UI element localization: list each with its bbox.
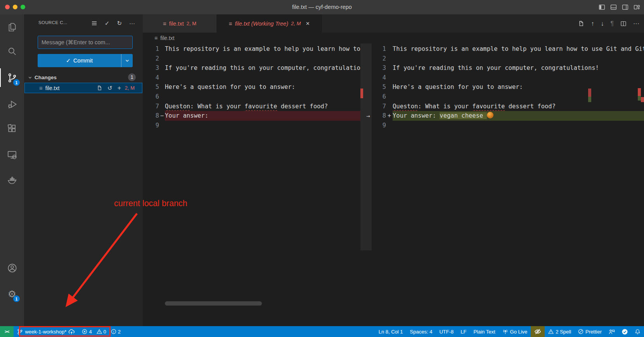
code-line[interactable]: 4 [143, 73, 360, 83]
code-line[interactable]: 3If you're reading this on your computer… [372, 63, 644, 73]
commit-message-input[interactable] [38, 36, 133, 49]
extensions-icon[interactable] [0, 119, 24, 138]
more-actions-icon[interactable]: ··· [129, 19, 135, 28]
changed-file-row[interactable]: ≡ file.txt ↺ + 2, M [24, 83, 142, 93]
code-line[interactable]: 9 [143, 121, 360, 130]
settings-gear-icon[interactable]: ⚙ 1 [0, 285, 24, 303]
code-line[interactable]: 4 [372, 73, 644, 83]
tab-bar: ≡ file.txt 2, M ≡ file.txt (Working Tree… [143, 14, 644, 33]
close-tab-icon[interactable]: × [306, 20, 310, 28]
refresh-icon[interactable]: ↻ [117, 19, 122, 28]
diff-change-mark [159, 82, 165, 92]
line-number: 9 [372, 121, 386, 130]
discard-changes-icon[interactable]: ↺ [107, 85, 113, 92]
code-line[interactable]: 6 [143, 92, 360, 102]
breadcrumb[interactable]: ≡ file.txt [143, 33, 644, 43]
stage-changes-icon[interactable]: + [118, 85, 121, 92]
file-icon: ≡ [163, 20, 166, 27]
cursor-position-item[interactable]: Ln 8, Col 1 [375, 326, 407, 337]
code-line[interactable]: 2 [143, 54, 360, 64]
diff-modified-pane[interactable]: 1This repository is an example to help y… [372, 43, 644, 326]
notifications-bell-icon[interactable] [631, 326, 644, 337]
remote-explorer-icon[interactable] [0, 145, 24, 164]
changes-section-header[interactable]: Changes 1 [24, 72, 143, 82]
indentation-item[interactable]: Spaces: 4 [407, 326, 436, 337]
commit-check-icon[interactable]: ✓ [105, 19, 110, 28]
toggle-panel-icon[interactable] [610, 4, 617, 10]
warning-icon [548, 329, 554, 334]
sidebar-title: SOURCE C... [38, 20, 68, 25]
diff-revert-arrow-icon[interactable]: → [364, 111, 372, 121]
code-text [393, 92, 644, 102]
code-text [165, 73, 360, 83]
code-text [165, 92, 360, 102]
diff-change-mark [386, 102, 393, 111]
commit-dropdown-button[interactable] [121, 54, 133, 67]
scm-changes-badge: 1 [13, 79, 20, 86]
encoding-item[interactable]: UTF-8 [436, 326, 457, 337]
code-line[interactable]: 1This repository is an example to help y… [143, 44, 360, 54]
open-changes-icon[interactable] [578, 20, 584, 27]
code-line[interactable]: 8−Your answer: [143, 111, 360, 121]
accounts-icon[interactable] [0, 259, 24, 277]
go-live-item[interactable]: Go Live [499, 326, 531, 337]
code-line[interactable]: 6 [372, 92, 644, 102]
code-text: Here's a question for you to answer: [165, 82, 360, 92]
spell-checker-item[interactable]: 2 Spell [545, 326, 575, 337]
language-mode-item[interactable]: Plain Text [470, 326, 499, 337]
diff-change-mark: − [159, 111, 165, 121]
search-icon[interactable] [0, 42, 24, 61]
code-text [393, 54, 644, 64]
code-line[interactable]: 1This repository is an example to help y… [372, 44, 644, 54]
code-line[interactable]: 7Queston: What is your favourite dessert… [372, 102, 644, 111]
code-line[interactable]: 3If you're reading this on your computer… [143, 63, 360, 73]
view-as-list-icon[interactable] [91, 20, 97, 26]
line-number: 3 [372, 63, 386, 73]
code-line[interactable]: 5Here's a question for you to answer: [143, 82, 360, 92]
diff-editor: 1This repository is an example to help y… [143, 43, 644, 326]
line-number: 6 [143, 92, 159, 102]
tracking-check-icon[interactable] [618, 326, 631, 337]
docker-icon[interactable] [0, 170, 24, 189]
tab-file-txt[interactable]: ≡ file.txt 2, M [143, 14, 216, 33]
changes-label: Changes [35, 75, 57, 80]
explorer-icon[interactable] [0, 18, 24, 36]
left-pane-scrollbar[interactable] [360, 43, 372, 250]
feedback-icon[interactable] [605, 326, 618, 337]
next-change-icon[interactable]: ↓ [601, 20, 604, 27]
line-number: 9 [143, 121, 159, 130]
prettier-item[interactable]: Prettier [575, 326, 605, 337]
code-line[interactable]: 2 [372, 54, 644, 64]
previous-change-icon[interactable]: ↑ [591, 20, 594, 27]
changes-count-badge: 1 [128, 73, 136, 81]
diff-original-pane[interactable]: 1This repository is an example to help y… [143, 43, 360, 326]
tab-file-txt-working-tree[interactable]: ≡ file.txt (Working Tree) 2, M × [216, 14, 322, 33]
code-line[interactable]: 7Queston: What is your favourite dessert… [143, 102, 360, 111]
code-text [393, 73, 644, 83]
toggle-whitespace-icon[interactable]: ¶ [610, 20, 614, 27]
more-actions-icon[interactable]: ··· [633, 20, 639, 27]
source-control-icon[interactable]: 1 [0, 68, 24, 87]
eol-item[interactable]: LF [457, 326, 470, 337]
run-and-debug-icon[interactable] [0, 95, 24, 113]
open-file-icon[interactable] [97, 85, 102, 91]
line-number: 4 [143, 73, 159, 83]
customize-layout-icon[interactable] [634, 4, 640, 10]
toggle-secondary-sidebar-icon[interactable] [622, 4, 628, 10]
diff-change-mark [159, 102, 165, 111]
commit-button[interactable]: ✓ Commit [38, 54, 133, 67]
line-number: 1 [372, 44, 386, 54]
horizontal-scrollbar[interactable] [165, 301, 262, 306]
code-text [165, 121, 360, 130]
diff-change-mark [386, 63, 393, 73]
code-line[interactable]: 5Here's a question for you to answer: [372, 82, 644, 92]
line-number: 5 [143, 82, 159, 92]
code-text [165, 54, 360, 64]
remote-window-button[interactable]: >< [0, 326, 14, 337]
eye-off-status-item[interactable] [531, 326, 545, 337]
code-line[interactable]: 9 [372, 121, 644, 130]
toggle-primary-sidebar-icon[interactable] [599, 4, 605, 10]
split-editor-icon[interactable] [620, 21, 627, 27]
code-line[interactable]: 8+Your answer: vegan cheese 🥮 [372, 111, 644, 121]
annotation-arrow [54, 210, 147, 311]
